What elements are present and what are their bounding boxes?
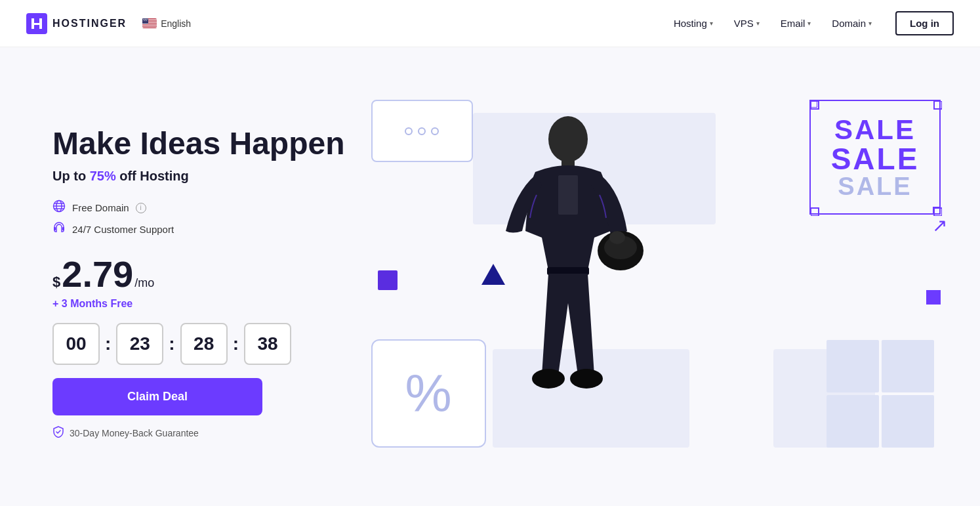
countdown-frames: 38: [244, 323, 291, 365]
browser-dot-1: [405, 127, 413, 135]
sale-corners: [811, 101, 942, 216]
claim-deal-button[interactable]: Claim Deal: [52, 378, 262, 415]
nav-item-vps[interactable]: VPS ▾: [726, 12, 767, 34]
language-label: English: [161, 18, 191, 29]
logo-link[interactable]: HOSTINGER: [26, 13, 127, 34]
countdown-minutes: 23: [116, 323, 163, 365]
navbar: HOSTINGER English Hosting ▾: [0, 0, 980, 47]
guarantee-label: 30-Day Money-Back Guarantee: [70, 428, 199, 438]
svg-point-12: [146, 19, 147, 20]
svg-rect-21: [62, 227, 64, 230]
feature-list: Free Domain i 24/7 Customer Support: [52, 200, 345, 238]
svg-point-10: [144, 19, 145, 20]
nav-item-email[interactable]: Email ▾: [773, 12, 819, 34]
subheadline-highlight: 75%: [90, 169, 116, 183]
deco-square-purple-right: [926, 290, 941, 305]
grid-sq-1: [827, 340, 879, 392]
logo-text: HOSTINGER: [52, 18, 127, 30]
language-selector[interactable]: English: [142, 18, 191, 29]
countdown-hours: 00: [52, 323, 100, 365]
hero-left: Make Ideas Happen Up to 75% off Hosting …: [52, 127, 345, 441]
feature-customer-support: 24/7 Customer Support: [52, 221, 345, 238]
chevron-down-icon: ▾: [868, 20, 872, 27]
browser-card: [371, 100, 473, 162]
person-svg: [476, 100, 660, 480]
svg-point-33: [532, 369, 565, 389]
percent-symbol: %: [405, 368, 451, 420]
free-domain-label: Free Domain: [72, 202, 129, 213]
shield-icon: [52, 426, 64, 440]
deco-square-purple-small: [378, 270, 398, 290]
countdown-sep-3: :: [233, 333, 239, 354]
svg-point-16: [146, 20, 146, 21]
svg-point-31: [609, 231, 625, 244]
nav-item-domain[interactable]: Domain ▾: [824, 12, 880, 34]
feature-free-domain: Free Domain i: [52, 200, 345, 216]
person-figure: [476, 100, 660, 480]
globe-icon: [52, 200, 66, 216]
countdown-sep-1: :: [105, 333, 111, 354]
grid-sq-3: [827, 395, 879, 448]
hostinger-logo-icon: [26, 13, 47, 34]
grid-sq-4: [882, 395, 934, 448]
main-content: Make Ideas Happen Up to 75% off Hosting …: [0, 47, 980, 506]
login-button[interactable]: Log in: [895, 11, 954, 35]
svg-point-34: [570, 369, 603, 389]
nav-links: Hosting ▾ VPS ▾ Email ▾ Domain ▾ Log in: [666, 11, 954, 35]
hero-headline: Make Ideas Happen: [52, 127, 345, 161]
svg-point-14: [144, 20, 144, 21]
subheadline-prefix: Up to: [52, 169, 90, 183]
cursor-icon: ↗: [932, 215, 947, 236]
headset-icon: [52, 221, 66, 238]
chevron-down-icon: ▾: [710, 20, 713, 27]
nav-item-hosting[interactable]: Hosting ▾: [666, 12, 721, 34]
svg-rect-22: [811, 101, 819, 109]
svg-point-15: [144, 20, 145, 21]
grid-squares: [827, 340, 934, 448]
countdown-seconds: 28: [180, 323, 228, 365]
grid-sq-2: [882, 340, 934, 392]
svg-point-17: [146, 20, 147, 21]
flag-icon: [142, 18, 157, 28]
pricing-section: $ 2.79 /mo: [52, 256, 345, 293]
svg-point-9: [143, 19, 144, 20]
price-value: 2.79: [62, 256, 133, 293]
svg-rect-5: [142, 24, 157, 24]
svg-rect-7: [142, 27, 157, 28]
sale-sign: SALE SALE SALE: [809, 100, 941, 215]
svg-rect-20: [54, 227, 56, 230]
chevron-down-icon: ▾: [756, 20, 760, 27]
svg-point-13: [147, 19, 148, 20]
percent-box: %: [371, 339, 486, 448]
svg-point-26: [548, 116, 588, 162]
countdown-timer: 00 : 23 : 28 : 38: [52, 323, 345, 365]
chevron-down-icon: ▾: [807, 20, 811, 27]
countdown-sep-2: :: [169, 333, 174, 354]
browser-dot-2: [418, 127, 426, 135]
subheadline-suffix: off Hosting: [116, 169, 189, 183]
bonus-months: + 3 Months Free: [52, 298, 345, 310]
svg-rect-24: [934, 101, 942, 109]
hero-graphic: SALE SALE SALE ↗ %: [371, 87, 941, 480]
info-icon[interactable]: i: [136, 203, 146, 213]
price-display: $ 2.79 /mo: [52, 256, 345, 293]
price-currency: $: [52, 274, 60, 291]
hero-subheadline: Up to 75% off Hosting: [52, 169, 345, 184]
svg-point-11: [145, 19, 146, 20]
price-period: /mo: [134, 276, 154, 290]
browser-dot-3: [431, 127, 439, 135]
svg-rect-28: [558, 175, 578, 215]
guarantee-section: 30-Day Money-Back Guarantee: [52, 426, 345, 440]
svg-rect-6: [142, 25, 157, 26]
customer-support-label: 24/7 Customer Support: [72, 224, 174, 235]
svg-rect-25: [811, 208, 819, 216]
